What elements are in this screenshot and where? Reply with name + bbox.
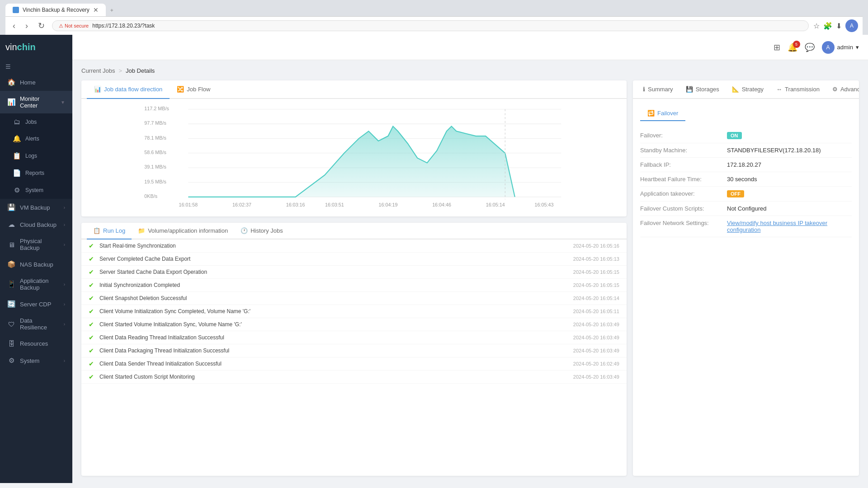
log-message: Client Data Sender Thread Initialization… <box>99 361 568 367</box>
badge-on: ON <box>727 132 742 139</box>
sidebar-item-alerts[interactable]: 🔔 Alerts <box>0 130 72 147</box>
failover-field-label: Application takeover: <box>640 190 722 197</box>
tab-transmission[interactable]: ↔ Transmission <box>770 80 826 99</box>
failover-detail-row: Failover Custom Scripts: Not Configured <box>640 202 852 216</box>
right-tabs: ℹ Summary 💾 Storages 📐 Strategy ↔ <box>633 80 859 99</box>
extensions-icon[interactable]: 🧩 <box>823 22 832 30</box>
sidebar-item-home[interactable]: 🏠 Home <box>0 74 72 91</box>
sidebar-item-resources[interactable]: 🗄 Resources <box>0 335 72 352</box>
app-container: vinchin ☰ 🏠 Home 📊 Monitor Center ▼ 🗂 Jo… <box>0 35 868 483</box>
sidebar-item-data-resilience[interactable]: 🛡 Data Resilience › <box>0 313 72 335</box>
address-bar[interactable]: ⚠ Not secure https://172.18.20.23/?task <box>52 20 809 31</box>
new-tab-button[interactable]: + <box>106 5 122 16</box>
log-card: 📋 Run Log 📁 Volume/application informati… <box>81 223 627 476</box>
tab-summary[interactable]: ℹ Summary <box>637 80 679 99</box>
chart-card: 📊 Job data flow direction 🔀 Job Flow <box>81 80 627 216</box>
browser-chrome: Vinchin Backup & Recovery ✕ + ‹ › ↻ ⚠ No… <box>0 0 868 35</box>
log-row: ✔ Client Data Sender Thread Initializati… <box>81 357 627 371</box>
svg-text:19.5 MB/s: 19.5 MB/s <box>144 179 166 184</box>
breadcrumb: Current Jobs > Job Details <box>81 67 859 74</box>
tab-favicon <box>13 7 19 13</box>
sidebar-label-resources: Resources <box>20 340 65 347</box>
tab-strategy[interactable]: 📐 Strategy <box>726 80 770 99</box>
left-panel: 📊 Job data flow direction 🔀 Job Flow <box>81 80 627 476</box>
log-row: ✔ Client Snapshot Deletion Successful 20… <box>81 292 627 305</box>
failover-fields: Failover: ON Standby Machine: STANDBYFIL… <box>640 128 852 237</box>
log-check-icon: ✔ <box>89 282 94 289</box>
sidebar-item-nas-backup[interactable]: 📦 NAS Backup <box>0 256 72 273</box>
cdp-icon: 🔄 <box>7 300 15 308</box>
log-timestamp: 2024-05-20 16:02:49 <box>573 361 619 366</box>
cloud-icon: ☁ <box>7 221 15 229</box>
tab-close-button[interactable]: ✕ <box>93 6 99 14</box>
refresh-button[interactable]: ↻ <box>35 20 47 32</box>
sidebar-item-system[interactable]: ⚙ System <box>0 182 72 199</box>
profile-avatar[interactable]: A <box>845 19 858 32</box>
sidebar-item-cloud-backup[interactable]: ☁ Cloud Backup › <box>0 216 72 233</box>
tab-history-jobs[interactable]: 🕐 History Jobs <box>234 223 289 239</box>
failover-field-label: Heartbeat Failure Time: <box>640 176 722 183</box>
user-menu[interactable]: A admin ▾ <box>822 41 859 54</box>
breadcrumb-current: Job Details <box>126 67 155 74</box>
forward-button[interactable]: › <box>23 20 31 32</box>
log-check-icon: ✔ <box>89 321 94 328</box>
bookmark-icon[interactable]: ☆ <box>813 22 820 30</box>
sidebar-item-jobs[interactable]: 🗂 Jobs <box>0 113 72 130</box>
sidebar-label-resilience: Data Resilience <box>20 317 59 331</box>
log-timestamp: 2024-05-20 16:05:14 <box>573 296 619 301</box>
log-row: ✔ Client Data Packaging Thread Initializ… <box>81 344 627 357</box>
log-timestamp: 2024-05-20 16:05:15 <box>573 269 619 275</box>
chart-area: 117.2 MB/s 97.7 MB/s 78.1 MB/s 58.6 MB/s… <box>81 99 627 216</box>
tab-volume-info[interactable]: 📁 Volume/application information <box>132 223 234 239</box>
sidebar-toggle[interactable]: ☰ <box>0 60 72 74</box>
url-text: https://172.18.20.23/?task <box>92 23 155 29</box>
message-icon[interactable]: 💬 <box>805 42 815 52</box>
sidebar-label-logs: Logs <box>25 153 65 159</box>
tab-storages[interactable]: 💾 Storages <box>679 80 726 99</box>
sidebar-label-nas: NAS Backup <box>20 261 65 268</box>
failover-sub-tab[interactable]: 🔁 Failover <box>640 106 685 121</box>
sidebar-item-physical-backup[interactable]: 🖥 Physical Backup › <box>0 233 72 256</box>
log-message: Client Started Volume Initialization Syn… <box>99 321 568 328</box>
right-panel: ℹ Summary 💾 Storages 📐 Strategy ↔ <box>633 80 859 476</box>
svg-text:0KB/s: 0KB/s <box>144 193 157 199</box>
tab-data-flow[interactable]: 📊 Job data flow direction <box>87 80 170 99</box>
log-row: ✔ Client Started Custom Script Monitorin… <box>81 371 627 384</box>
tab-job-flow[interactable]: 🔀 Job Flow <box>170 80 217 99</box>
sidebar-label-jobs: Jobs <box>25 119 65 125</box>
advanced-icon: ⚙ <box>832 86 838 93</box>
log-content: ✔ Start Real-time Synchronization 2024-0… <box>81 239 627 476</box>
tab-history-jobs-label: History Jobs <box>250 227 283 234</box>
sidebar-item-monitor[interactable]: 📊 Monitor Center ▼ <box>0 91 72 113</box>
lock-icon: ⚠ <box>59 23 63 29</box>
log-check-icon: ✔ <box>89 308 94 315</box>
app-icon: 📱 <box>7 280 15 288</box>
sidebar-item-system2[interactable]: ⚙ System › <box>0 352 72 369</box>
svg-text:97.7 MB/s: 97.7 MB/s <box>144 120 166 126</box>
failover-detail-row: Application takeover: OFF <box>640 187 852 202</box>
summary-icon: ℹ <box>643 86 645 93</box>
failover-field-label: Failover Custom Scripts: <box>640 205 722 212</box>
sidebar-item-reports[interactable]: 📄 Reports <box>0 164 72 182</box>
tab-advanced[interactable]: ⚙ Advanced <box>826 80 859 99</box>
failover-network-link[interactable]: View/modify host business IP takeover co… <box>727 220 852 233</box>
log-check-icon: ✔ <box>89 334 94 341</box>
sidebar-item-app-backup[interactable]: 📱 Application Backup › <box>0 273 72 296</box>
sidebar-item-server-cdp[interactable]: 🔄 Server CDP › <box>0 296 72 313</box>
grid-icon[interactable]: ⊞ <box>774 42 780 52</box>
sidebar-item-vm-backup[interactable]: 💾 VM Backup › <box>0 199 72 216</box>
notification-badge: 5 <box>793 41 800 48</box>
panels-row: 📊 Job data flow direction 🔀 Job Flow <box>81 80 859 476</box>
download-icon[interactable]: ⬇ <box>836 22 842 30</box>
browser-tab-active[interactable]: Vinchin Backup & Recovery ✕ <box>5 4 106 16</box>
strategy-icon: 📐 <box>732 86 739 93</box>
sidebar-item-logs[interactable]: 📋 Logs <box>0 147 72 164</box>
top-bar-icons: ⊞ 🔔 5 💬 A admin ▾ <box>774 41 859 54</box>
log-message: Client Snapshot Deletion Successful <box>99 295 568 301</box>
reports-icon: 📄 <box>13 169 21 177</box>
notification-icon[interactable]: 🔔 5 <box>788 42 797 52</box>
tab-run-log[interactable]: 📋 Run Log <box>87 223 132 239</box>
failover-detail-row: Fallback IP: 172.18.20.27 <box>640 158 852 172</box>
back-button[interactable]: ‹ <box>10 20 18 32</box>
breadcrumb-parent[interactable]: Current Jobs <box>81 67 115 74</box>
